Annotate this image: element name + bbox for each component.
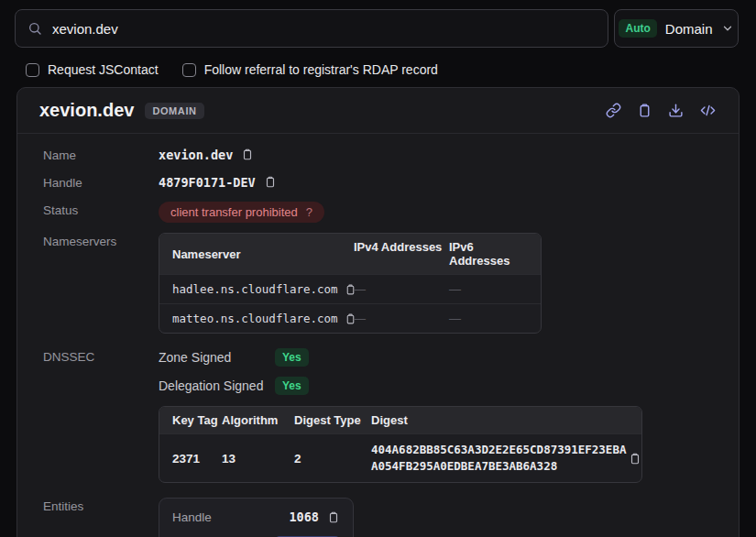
option-follow-referral[interactable]: Follow referral to registrar's RDAP reco… <box>182 62 438 77</box>
search-input[interactable] <box>52 21 596 37</box>
ds-table-header: Key Tag Algorithm Digest Type Digest <box>159 407 641 433</box>
card-header: xevion.dev DOMAIN <box>17 88 739 134</box>
col-algorithm: Algorithm <box>222 413 294 427</box>
col-digest: Digest <box>371 413 629 427</box>
col-ipv4: IPv4 Addresses <box>354 240 449 268</box>
delegation-signed-row: Delegation Signed Yes <box>159 377 642 395</box>
ipv6-empty: — <box>449 282 528 296</box>
ds-records-table: Key Tag Algorithm Digest Type Digest 237… <box>159 406 642 483</box>
handle-label: Handle <box>43 174 159 190</box>
nameservers-table: Nameserver IPv4 Addresses IPv6 Addresses… <box>159 233 542 334</box>
entity-handle-label: Handle <box>172 510 212 524</box>
object-type-badge: DOMAIN <box>145 103 203 119</box>
dnssec-content: Zone Signed Yes Delegation Signed Yes Ke… <box>159 348 642 483</box>
chevron-down-icon <box>721 22 734 35</box>
key-tag-value: 2371 <box>172 452 222 466</box>
status-value: client transfer prohibited <box>170 205 298 219</box>
status-help-icon[interactable]: ? <box>306 205 312 219</box>
copy-icon[interactable] <box>327 510 340 524</box>
col-nameserver: Nameserver <box>172 240 354 268</box>
nameserver-value: matteo.ns.cloudflare.com <box>172 312 338 325</box>
table-row: matteo.ns.cloudflare.com — — <box>159 303 541 333</box>
dnssec-label: DNSSEC <box>43 348 159 483</box>
digest-type-value: 2 <box>294 452 371 466</box>
option-request-jscontact[interactable]: Request JSContact <box>26 62 159 77</box>
view-source-icon[interactable] <box>699 103 717 118</box>
search-bar: Auto Domain <box>0 0 756 48</box>
copy-json-icon[interactable] <box>637 103 652 118</box>
field-status: Status client transfer prohibited ? <box>43 202 717 223</box>
zone-signed-badge: Yes <box>275 348 309 367</box>
search-icon <box>27 21 42 36</box>
table-row: 2371 13 2 404A682BB85C63A3D2E2E65CD87391… <box>159 433 641 482</box>
search-options: Request JSContact Follow referral to reg… <box>0 48 756 77</box>
copy-icon[interactable] <box>241 148 254 161</box>
digest-value: 404A682BB85C63A3D2E2E65CD87391EF23EBAA05… <box>371 442 629 475</box>
name-label: Name <box>43 147 159 162</box>
col-digest-type: Digest Type <box>294 413 371 427</box>
zone-signed-row: Zone Signed Yes <box>159 348 642 367</box>
col-ipv6: IPv6 Addresses <box>449 240 528 268</box>
nameserver-value: hadlee.ns.cloudflare.com <box>172 282 338 296</box>
zone-signed-label: Zone Signed <box>159 350 275 365</box>
field-name: Name xevion.dev <box>43 147 717 162</box>
domain-result-card: xevion.dev DOMAIN Name xevion.dev <box>16 87 740 537</box>
search-box[interactable] <box>15 9 608 48</box>
entity-handle-row: Handle 1068 <box>172 510 340 524</box>
copy-icon[interactable] <box>629 452 641 466</box>
status-label: Status <box>43 202 159 223</box>
download-icon[interactable] <box>668 103 684 118</box>
name-value: xevion.dev <box>159 148 233 162</box>
nameservers-table-header: Nameserver IPv4 Addresses IPv6 Addresses <box>159 234 541 274</box>
col-key-tag: Key Tag <box>172 413 222 427</box>
card-body: Name xevion.dev Handle 4879F0171-DEV Sta… <box>17 134 739 537</box>
permalink-icon[interactable] <box>606 103 621 118</box>
ipv4-empty: — <box>354 312 449 325</box>
field-dnssec: DNSSEC Zone Signed Yes Delegation Signed… <box>43 348 717 483</box>
entity-card: Handle 1068 Roles registrar <box>159 498 354 537</box>
delegation-signed-label: Delegation Signed <box>159 378 275 393</box>
handle-value: 4879F0171-DEV <box>159 175 256 190</box>
copy-icon[interactable] <box>264 175 277 189</box>
algorithm-value: 13 <box>222 452 294 466</box>
status-badge: client transfer prohibited ? <box>159 202 324 223</box>
jscontact-checkbox[interactable] <box>26 63 39 77</box>
follow-referral-label: Follow referral to registrar's RDAP reco… <box>204 62 438 77</box>
field-handle: Handle 4879F0171-DEV <box>43 174 717 190</box>
delegation-signed-badge: Yes <box>275 377 309 395</box>
table-row: hadlee.ns.cloudflare.com — — <box>159 274 541 303</box>
query-type-label: Domain <box>665 21 713 37</box>
domain-title: xevion.dev <box>39 100 134 121</box>
nameservers-label: Nameservers <box>43 233 159 334</box>
follow-referral-checkbox[interactable] <box>182 63 196 77</box>
ipv4-empty: — <box>354 282 449 296</box>
field-entities: Entities Handle 1068 Roles registrar <box>43 498 717 537</box>
field-nameservers: Nameservers Nameserver IPv4 Addresses IP… <box>43 233 717 334</box>
jscontact-label: Request JSContact <box>48 62 159 77</box>
entity-handle-value: 1068 <box>289 510 319 524</box>
card-toolbar <box>606 103 717 118</box>
auto-badge: Auto <box>619 19 656 38</box>
query-type-dropdown[interactable]: Auto Domain <box>614 9 739 48</box>
ipv6-empty: — <box>449 312 528 325</box>
entities-label: Entities <box>43 498 159 537</box>
